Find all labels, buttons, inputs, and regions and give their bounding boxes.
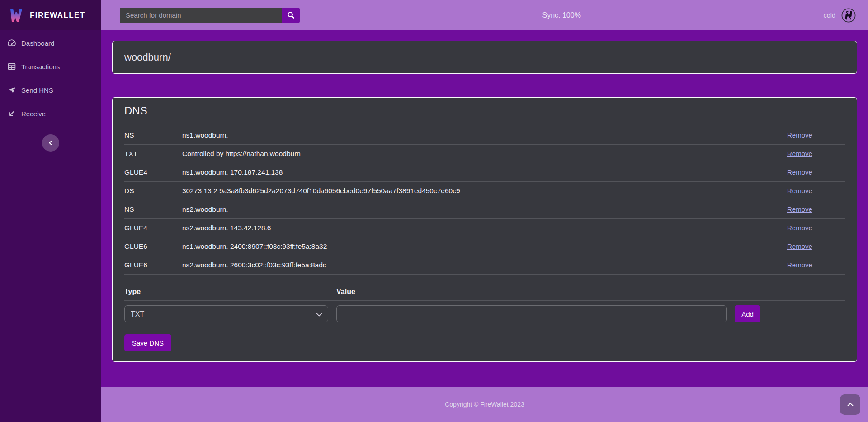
remove-record-link[interactable]: Remove xyxy=(787,131,812,139)
record-value: ns1.woodburn. xyxy=(182,131,787,139)
add-record-header-row: Type Value xyxy=(124,283,845,301)
page-content: woodburn/ DNS NS ns1.woodburn. Remove TX… xyxy=(101,30,868,387)
sidebar-collapse-button[interactable] xyxy=(42,134,59,152)
dns-section-title: DNS xyxy=(124,104,845,117)
main-column: Sync: 100% cold woodburn/ xyxy=(101,0,868,422)
record-value: Controlled by https://nathan.woodburn xyxy=(182,150,787,158)
chevron-up-icon xyxy=(847,403,854,407)
domain-title-card: woodburn/ xyxy=(112,41,857,74)
remove-record-link[interactable]: Remove xyxy=(787,224,812,232)
add-record-button[interactable]: Add xyxy=(735,305,760,322)
dashboard-gauge-icon xyxy=(7,38,16,47)
dns-record-row: NS ns2.woodburn. Remove xyxy=(124,200,845,219)
remove-record-link[interactable]: Remove xyxy=(787,261,812,269)
record-type: NS xyxy=(124,131,182,139)
table-icon xyxy=(7,62,16,71)
remove-record-link[interactable]: Remove xyxy=(787,187,812,194)
dns-record-row: TXT Controlled by https://nathan.woodbur… xyxy=(124,145,845,163)
remove-record-link[interactable]: Remove xyxy=(787,150,812,157)
sidebar-item-label: Transactions xyxy=(21,63,60,71)
record-type: GLUE4 xyxy=(124,224,182,232)
app-window: FIREWALLET Dashboard xyxy=(0,0,868,422)
paper-plane-icon xyxy=(7,85,16,95)
domain-search-form xyxy=(120,8,300,23)
record-value-input[interactable] xyxy=(336,305,727,322)
search-icon xyxy=(287,11,295,19)
topbar: Sync: 100% cold xyxy=(101,0,868,30)
sidebar-item-label: Send HNS xyxy=(21,86,53,94)
record-type: GLUE6 xyxy=(124,242,182,251)
dns-records-table: NS ns1.woodburn. Remove TXT Controlled b… xyxy=(124,126,845,275)
domain-search-input[interactable] xyxy=(120,8,282,23)
sidebar-item-transactions[interactable]: Transactions xyxy=(0,55,101,78)
record-type: NS xyxy=(124,205,182,213)
remove-record-link[interactable]: Remove xyxy=(787,168,812,176)
arrow-down-left-icon xyxy=(7,109,16,118)
remove-record-link[interactable]: Remove xyxy=(787,205,812,213)
sidebar-item-dashboard[interactable]: Dashboard xyxy=(0,31,101,55)
sidebar-item-label: Receive xyxy=(21,110,46,118)
dns-record-row: GLUE6 ns2.woodburn. 2600:3c02::f03c:93ff… xyxy=(124,256,845,275)
scroll-to-top-button[interactable] xyxy=(840,394,860,415)
footer: Copyright © FireWallet 2023 xyxy=(101,387,868,422)
remove-record-link[interactable]: Remove xyxy=(787,242,812,250)
dns-record-row: GLUE6 ns1.woodburn. 2400:8907::f03c:93ff… xyxy=(124,237,845,256)
search-button[interactable] xyxy=(282,8,300,23)
sidebar-item-receive[interactable]: Receive xyxy=(0,102,101,125)
dns-record-row: GLUE4 ns1.woodburn. 170.187.241.138 Remo… xyxy=(124,163,845,182)
handshake-logo-icon xyxy=(841,8,856,23)
type-column-header: Type xyxy=(124,288,336,296)
copyright-text: Copyright © FireWallet 2023 xyxy=(445,401,524,408)
brand-link[interactable]: FIREWALLET xyxy=(0,0,101,30)
record-value: 30273 13 2 9a3a8fb3d625d2a2073d740f10da6… xyxy=(182,187,787,195)
dns-record-row: DS 30273 13 2 9a3a8fb3d625d2a2073d740f10… xyxy=(124,182,845,200)
sidebar-item-send-hns[interactable]: Send HNS xyxy=(0,78,101,102)
record-type: GLUE6 xyxy=(124,261,182,269)
dns-record-row: NS ns1.woodburn. Remove xyxy=(124,126,845,145)
record-value: ns1.woodburn. 170.187.241.138 xyxy=(182,168,787,176)
add-record-form: Type Value TXT xyxy=(124,283,845,327)
record-value: ns2.woodburn. 2600:3c02::f03c:93ff:fe5a:… xyxy=(182,261,787,269)
record-value: ns2.woodburn. xyxy=(182,205,787,213)
add-record-input-row: TXT Add xyxy=(124,301,845,327)
record-type: DS xyxy=(124,187,182,195)
dns-record-row: GLUE4 ns2.woodburn. 143.42.128.6 Remove xyxy=(124,219,845,237)
sidebar: FIREWALLET Dashboard xyxy=(0,0,101,422)
brand-title: FIREWALLET xyxy=(30,11,85,20)
save-dns-button[interactable]: Save DNS xyxy=(124,334,171,351)
sidebar-nav: Dashboard Transactions S xyxy=(0,30,101,125)
record-type: TXT xyxy=(124,150,182,158)
dns-card: DNS NS ns1.woodburn. Remove TXT Controll… xyxy=(112,97,857,362)
firewallet-logo-icon xyxy=(8,7,24,24)
wallet-indicator[interactable]: cold xyxy=(823,8,856,23)
record-type: GLUE4 xyxy=(124,168,182,176)
chevron-left-icon xyxy=(48,140,53,146)
record-value: ns1.woodburn. 2400:8907::f03c:93ff:fe5a:… xyxy=(182,242,787,251)
sidebar-item-label: Dashboard xyxy=(21,39,54,47)
wallet-name: cold xyxy=(823,12,835,19)
domain-name: woodburn/ xyxy=(124,52,171,63)
record-type-select[interactable]: TXT xyxy=(124,305,328,322)
record-value: ns2.woodburn. 143.42.128.6 xyxy=(182,224,787,232)
value-column-header: Value xyxy=(336,288,845,296)
sync-status: Sync: 100% xyxy=(542,11,581,19)
